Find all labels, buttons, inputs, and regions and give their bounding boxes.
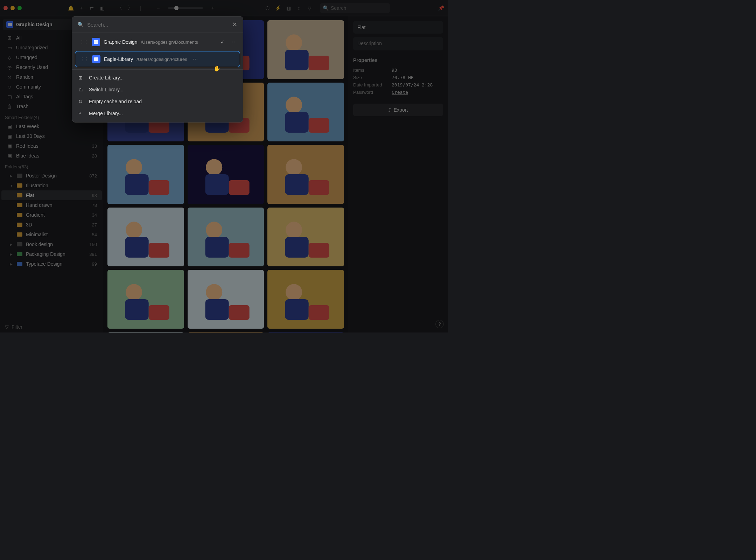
smart-folder-red-ideas[interactable]: ▣Red Ideas33 xyxy=(1,141,102,151)
smart-folder-icon: ▣ xyxy=(6,124,13,129)
svg-point-34 xyxy=(286,159,302,176)
export-icon: ⤴ xyxy=(388,107,391,113)
close-window[interactable] xyxy=(4,6,8,10)
sidebar-toggle-icon[interactable]: ◧ xyxy=(99,5,106,12)
back-icon[interactable]: 〈 xyxy=(116,5,123,12)
folder-icon xyxy=(17,262,22,266)
thumbnail[interactable] xyxy=(188,208,264,266)
export-button[interactable]: ⤴ Export xyxy=(353,104,443,116)
action-icon: ↻ xyxy=(78,99,85,104)
layout-icon[interactable]: ▥ xyxy=(285,5,292,12)
disclosure-icon[interactable]: ▼ xyxy=(10,184,13,188)
library-path: /Users/ogdesign/Pictures xyxy=(136,57,187,62)
global-search[interactable]: 🔍 Search xyxy=(320,3,390,13)
divider-icon: | xyxy=(137,5,144,12)
thumbnail[interactable] xyxy=(107,145,184,204)
library-icon xyxy=(92,38,100,46)
forward-icon[interactable]: 〉 xyxy=(127,5,134,12)
swap-icon[interactable]: ⇄ xyxy=(88,5,95,12)
action-label: Empty cache and reload xyxy=(89,99,142,104)
library-icon xyxy=(92,55,100,63)
pin-icon[interactable]: 📌 xyxy=(438,5,444,12)
thumbnail[interactable] xyxy=(188,332,264,332)
library-search-input[interactable] xyxy=(87,22,229,28)
close-icon[interactable]: ✕ xyxy=(232,21,237,28)
popover-action-create-library-[interactable]: ⊞Create Library... xyxy=(72,72,243,84)
svg-point-26 xyxy=(126,159,142,176)
property-value[interactable]: Create xyxy=(392,90,408,95)
folder-book-design[interactable]: ▶Book design150 xyxy=(1,239,102,249)
sidebar-filter[interactable]: ▽ Filter xyxy=(0,321,103,332)
thumbnail[interactable] xyxy=(267,20,344,79)
folder-minimalist[interactable]: Minimalist54 xyxy=(1,230,102,239)
svg-point-10 xyxy=(286,34,302,51)
folder-typeface-design[interactable]: ▶Typeface Design99 xyxy=(1,259,102,269)
smart-folder-last-30-days[interactable]: ▣Last 30 Days xyxy=(1,131,102,141)
folder-3d[interactable]: 3D27 xyxy=(1,220,102,230)
library-path: /Users/ogdesign/Documents xyxy=(141,40,198,45)
smart-folder-blue-ideas[interactable]: ▣Blue Ideas28 xyxy=(1,151,102,161)
svg-rect-36 xyxy=(309,180,329,195)
more-icon[interactable]: ⋯ xyxy=(230,39,235,45)
maximize-window[interactable] xyxy=(18,6,22,10)
thumbnail-size-slider[interactable] xyxy=(168,7,203,9)
property-value: 93 xyxy=(392,68,397,73)
bolt-icon[interactable]: ⚡ xyxy=(274,5,281,12)
svg-rect-59 xyxy=(285,299,309,320)
thumbnail[interactable] xyxy=(107,208,184,266)
thumbnail[interactable] xyxy=(267,145,344,204)
disclosure-icon[interactable]: ▶ xyxy=(10,174,13,178)
item-icon: ▢ xyxy=(6,94,13,99)
extension-icon[interactable]: ⬡ xyxy=(264,5,271,12)
folder-poster-design[interactable]: ▶Poster Design872 xyxy=(1,171,102,181)
thumbnail[interactable] xyxy=(267,270,344,329)
filter-icon[interactable]: ▽ xyxy=(306,5,313,12)
property-label: Date Imported xyxy=(353,82,392,88)
popover-action-empty-cache-and-reload[interactable]: ↻Empty cache and reload xyxy=(72,96,243,107)
zoom-out-icon[interactable]: − xyxy=(155,5,162,12)
svg-rect-12 xyxy=(309,56,329,70)
thumbnail[interactable] xyxy=(267,332,344,332)
thumbnail[interactable] xyxy=(188,270,264,329)
smart-folder-last-week[interactable]: ▣Last Week xyxy=(1,121,102,131)
thumbnail[interactable] xyxy=(267,208,344,266)
drag-handle-icon[interactable]: ⋮⋮ xyxy=(80,57,89,62)
inspector-description[interactable]: Description xyxy=(353,37,443,50)
folder-flat[interactable]: Flat93 xyxy=(1,190,102,200)
disclosure-icon[interactable]: ▶ xyxy=(10,252,13,256)
library-row-graphic-design[interactable]: ⋮⋮ Graphic Design /Users/ogdesign/Docume… xyxy=(75,34,240,50)
plus-icon[interactable]: ＋ xyxy=(78,5,85,12)
current-library-name: Graphic Design xyxy=(16,22,52,27)
search-icon: 🔍 xyxy=(323,5,329,11)
folder-packaging-design[interactable]: ▶Packaging Design391 xyxy=(1,249,102,259)
zoom-in-icon[interactable]: ＋ xyxy=(209,5,216,12)
thumbnail[interactable] xyxy=(267,83,344,141)
disclosure-icon[interactable]: ▶ xyxy=(10,262,13,266)
folder-illustration[interactable]: ▼Illustration xyxy=(1,181,102,190)
minimize-window[interactable] xyxy=(10,6,15,10)
folders-header: Folders(63) xyxy=(0,161,103,171)
popover-action-merge-library-[interactable]: ⑂Merge Library... xyxy=(72,107,243,119)
folder-icon xyxy=(17,232,22,237)
svg-point-46 xyxy=(286,222,302,238)
inspector-title[interactable]: Flat xyxy=(353,21,443,34)
thumbnail[interactable] xyxy=(188,145,264,204)
bell-icon[interactable]: 🔔 xyxy=(67,5,74,12)
folder-gradient[interactable]: Gradient34 xyxy=(1,210,102,220)
thumbnail[interactable] xyxy=(107,332,184,332)
drag-handle-icon[interactable]: ⋮⋮ xyxy=(80,40,88,44)
help-button[interactable]: ? xyxy=(435,320,444,328)
svg-rect-49 xyxy=(107,270,184,329)
popover-action-switch-library-[interactable]: 🗀Switch Library... xyxy=(72,84,243,96)
disclosure-icon[interactable]: ▶ xyxy=(10,243,13,246)
svg-rect-21 xyxy=(267,83,344,141)
folder-hand-drawn[interactable]: Hand drawn78 xyxy=(1,200,102,210)
svg-point-58 xyxy=(286,284,302,300)
sort-icon[interactable]: ↕ xyxy=(295,5,302,12)
smart-folder-icon: ▣ xyxy=(6,133,13,139)
svg-rect-53 xyxy=(188,270,264,329)
svg-rect-23 xyxy=(285,112,309,133)
thumbnail[interactable] xyxy=(107,270,184,329)
action-icon: ⑂ xyxy=(78,111,85,116)
more-icon[interactable]: ⋯ xyxy=(193,56,198,62)
